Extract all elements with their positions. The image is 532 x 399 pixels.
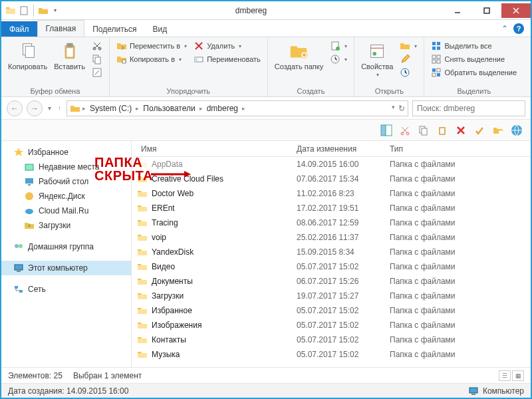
col-date[interactable]: Дата изменения [297, 144, 390, 154]
file-row[interactable]: Загрузки19.07.2017 15:27Папка с файлами [132, 289, 531, 303]
properties-button[interactable]: Свойства▾ [360, 40, 394, 79]
nav-favorites[interactable]: Избранное [1, 145, 131, 160]
crumb-folder[interactable]: dmbereg [205, 104, 240, 113]
paste-button[interactable]: Вставить [53, 40, 86, 72]
copy-to-button[interactable]: Копировать в▾ [115, 53, 188, 65]
file-row[interactable]: Изображения05.07.2017 15:02Папка с файла… [132, 318, 531, 332]
nav-desktop[interactable]: Рабочий стол [1, 174, 131, 189]
toolbar-check-icon[interactable] [472, 123, 487, 138]
nav-up-button[interactable]: ↑ [57, 104, 63, 112]
copypath-small-icon[interactable] [90, 53, 104, 65]
tab-share[interactable]: Поделиться [84, 21, 144, 37]
help-icon[interactable]: ? [513, 23, 524, 34]
nav-forward-button[interactable]: → [27, 100, 43, 116]
select-none-button[interactable]: Снять выделение [430, 53, 518, 65]
file-row[interactable]: Tracing08.06.2017 12:59Папка с файлами [132, 215, 531, 230]
svg-point-50 [25, 192, 33, 200]
file-row[interactable]: AppData14.09.2015 16:00Папка с файлами [132, 157, 531, 172]
shortcut-small-icon[interactable] [90, 66, 104, 78]
easy-access-icon[interactable]: ▾ [329, 53, 348, 65]
close-button[interactable] [501, 3, 531, 18]
view-details-icon[interactable]: ☰ [499, 370, 511, 381]
nav-cloud-mail[interactable]: Cloud Mail.Ru [1, 203, 131, 218]
file-row[interactable]: Музыка05.07.2017 15:02Папка с файлами [132, 347, 531, 362]
new-folder-button[interactable]: Создать папку [273, 40, 325, 72]
folder-icon [137, 261, 148, 272]
file-type: Папка с файлами [390, 350, 531, 359]
nav-yandex-disk[interactable]: Яндекс.Диск [1, 189, 131, 203]
status-computer: Компьютер [483, 386, 524, 396]
toolbar-globe-icon[interactable] [509, 123, 524, 138]
svg-rect-25 [432, 42, 436, 45]
file-name-text: YandexDisk [152, 247, 194, 257]
file-date: 15.09.2015 8:34 [297, 247, 390, 257]
file-list[interactable]: AppData14.09.2015 16:00Папка с файламиCr… [132, 157, 531, 367]
move-to-button[interactable]: Переместить в▾ [115, 40, 188, 52]
file-date: 05.07.2017 15:02 [297, 262, 390, 271]
file-row[interactable]: Избранное05.07.2017 15:02Папка с файлами [132, 303, 531, 318]
toolbar-delete-icon[interactable] [454, 123, 468, 138]
history-small-icon[interactable] [398, 66, 418, 78]
file-name-text: Изображения [152, 321, 201, 330]
toolbar-paste-icon[interactable] [435, 123, 450, 138]
qat-dropdown-icon[interactable]: ▾ [51, 7, 59, 13]
file-name-text: Creative Cloud Files [152, 174, 223, 184]
nav-history-dropdown[interactable]: ▾ [47, 104, 53, 112]
tab-home[interactable]: Главная [37, 20, 85, 37]
breadcrumb[interactable]: ▸ System (C:) ▸ Пользователи ▸ dmbereg ▸… [66, 100, 408, 116]
col-name[interactable]: Имя [137, 144, 297, 154]
toolbar-copy-icon[interactable] [416, 123, 431, 138]
toolbar-cut-icon[interactable] [398, 123, 412, 138]
doc-small-icon[interactable] [19, 5, 29, 16]
folder-icon [137, 232, 148, 243]
refresh-icon[interactable]: ↻ [398, 104, 405, 113]
nav-this-pc[interactable]: Этот компьютер [1, 261, 131, 275]
tab-view[interactable]: Вид [144, 21, 175, 37]
copy-button[interactable]: Копировать [7, 40, 49, 72]
file-date: 11.02.2016 8:23 [297, 189, 390, 198]
minimize-button[interactable] [443, 3, 472, 18]
breadcrumb-dropdown-icon[interactable]: ▾ [391, 104, 396, 113]
svg-rect-2 [484, 8, 489, 13]
cut-small-icon[interactable] [90, 40, 104, 52]
file-row[interactable]: YandexDisk15.09.2015 8:34Папка с файлами [132, 245, 531, 259]
file-name-text: voip [152, 233, 166, 242]
crumb-users[interactable]: Пользователи [141, 104, 197, 113]
file-row[interactable]: EREnt17.02.2017 19:51Папка с файлами [132, 201, 531, 215]
nav-back-button[interactable]: ← [7, 100, 23, 116]
nav-network[interactable]: Сеть [1, 282, 131, 297]
edit-small-icon[interactable] [398, 53, 418, 65]
toolbar-new-folder-icon[interactable] [491, 123, 505, 138]
col-type[interactable]: Тип [390, 144, 531, 154]
folder-small-icon[interactable] [38, 5, 49, 16]
rename-button[interactable]: Переименовать [192, 53, 262, 65]
navigation-pane: Избранное Недавние места Рабочий стол Ян… [1, 141, 132, 367]
nav-recent[interactable]: Недавние места [1, 160, 131, 174]
search-input[interactable] [412, 100, 525, 116]
maximize-button[interactable] [472, 3, 501, 18]
nav-homegroup[interactable]: Домашняя группа [1, 239, 131, 254]
ribbon-collapse-icon[interactable]: ⌃ [501, 24, 508, 33]
new-item-icon[interactable]: ▾ [329, 40, 348, 52]
file-row[interactable]: Creative Cloud Files07.06.2017 15:34Папк… [132, 172, 531, 186]
tab-file[interactable]: Файл [1, 21, 37, 37]
file-row[interactable]: voip25.02.2016 11:37Папка с файлами [132, 230, 531, 245]
file-type: Папка с файлами [390, 247, 531, 257]
delete-button[interactable]: Удалить▾ [192, 40, 262, 52]
file-row[interactable]: Документы06.07.2017 15:26Папка с файлами [132, 274, 531, 289]
view-large-icon[interactable]: ▦ [512, 370, 524, 381]
file-type: Папка с файлами [390, 174, 531, 184]
crumb-system[interactable]: System (C:) [88, 104, 134, 113]
file-row[interactable]: Видео05.07.2017 15:02Папка с файлами [132, 259, 531, 274]
address-bar-row: ← → ▾ ↑ ▸ System (C:) ▸ Пользователи ▸ d… [1, 97, 531, 120]
invert-selection-button[interactable]: Обратить выделение [430, 66, 518, 78]
open-small-icon[interactable]: ▾ [398, 40, 418, 52]
toolbar-view-icon[interactable] [379, 123, 394, 138]
file-row[interactable]: Doctor Web11.02.2016 8:23Папка с файлами [132, 186, 531, 201]
select-all-button[interactable]: Выделить все [430, 40, 518, 52]
status-bar-2: Дата создания: 14.09.2015 16:00 Компьюте… [1, 383, 531, 398]
svg-point-45 [499, 130, 503, 134]
nav-downloads[interactable]: Загрузки [1, 218, 131, 233]
file-row[interactable]: Контакты05.07.2017 15:02Папка с файлами [132, 332, 531, 347]
column-headers[interactable]: Имя Дата изменения Тип [132, 141, 531, 157]
